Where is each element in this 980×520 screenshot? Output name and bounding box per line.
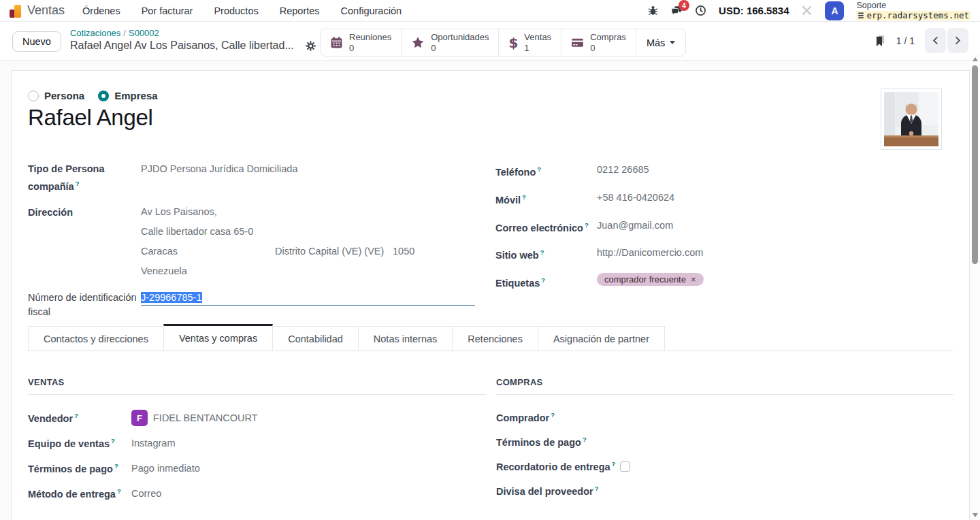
- vendor-label: Vendedor?: [28, 412, 131, 424]
- purchases-section-title: COMPRAS: [496, 377, 953, 395]
- delivery-reminder-checkbox[interactable]: [620, 461, 630, 472]
- app-name[interactable]: Ventas: [27, 3, 65, 18]
- gear-icon[interactable]: [306, 41, 316, 51]
- tab-contactos-y-direcciones[interactable]: Contactos y direcciones: [28, 326, 164, 351]
- control-panel: Nuevo Cotizaciones/S00002 Rafael Angel A…: [0, 22, 980, 61]
- breadcrumb: Cotizaciones/S00002 Rafael Angel Av Los …: [70, 28, 359, 52]
- company-type-label: Tipo de Persona compañía?: [28, 162, 141, 194]
- help-mark: ?: [76, 180, 80, 187]
- tag-remove-icon[interactable]: ×: [691, 274, 696, 285]
- support-host-row: erp.radarsystems.net: [856, 11, 970, 20]
- scrollbar-down-arrow[interactable]: [973, 513, 978, 517]
- breadcrumb-cotizaciones-link[interactable]: Cotizaciones: [70, 28, 120, 38]
- menu-configuracion[interactable]: Configuración: [341, 5, 402, 16]
- menu-por-facturar[interactable]: Por facturar: [142, 5, 193, 16]
- sales-section: VENTAS Vendedor? F FIDEL BENTANCOURT Equ…: [28, 377, 486, 510]
- email-value[interactable]: Juan@gmail.com: [597, 218, 673, 233]
- address-zip[interactable]: 1050: [393, 245, 414, 257]
- scrollbar-up-arrow[interactable]: [973, 57, 978, 61]
- vendor-name: FIDEL BENTANCOURT: [153, 412, 258, 423]
- messages-icon[interactable]: 4: [671, 5, 683, 16]
- address-block: Av Los Paisanos, Calle libertador casa 6…: [141, 206, 414, 285]
- address-country[interactable]: Venezuela: [141, 265, 414, 277]
- website-value[interactable]: http://Danicomercio.com: [597, 245, 703, 260]
- credit-card-icon: [571, 36, 584, 49]
- address-street[interactable]: Av Los Paisanos,: [141, 206, 414, 218]
- phone-label: Teléfono?: [495, 162, 597, 180]
- stat-label: Ventas: [524, 32, 551, 43]
- activities-clock-icon[interactable]: [695, 5, 706, 16]
- address-street2[interactable]: Calle libertador casa 65-0: [141, 225, 414, 238]
- star-icon: [411, 36, 425, 50]
- user-avatar[interactable]: A: [825, 1, 844, 20]
- tools-icon[interactable]: [801, 5, 813, 16]
- sales-team-label: Equipo de ventas?: [28, 437, 131, 449]
- email-label: Correo electrónico?: [495, 218, 597, 235]
- breadcrumb-separator: /: [120, 28, 129, 38]
- payment-terms-value[interactable]: Pago inmediato: [131, 463, 200, 474]
- more-button[interactable]: Más: [636, 29, 685, 56]
- menu-ordenes[interactable]: Órdenes: [82, 5, 120, 16]
- delivery-method-label: Método de entrega?: [28, 487, 131, 500]
- chevron-left-icon: [932, 36, 939, 45]
- scrollbar-thumb[interactable]: [972, 65, 978, 264]
- vertical-scrollbar[interactable]: [970, 54, 980, 520]
- stat-label: Compras: [590, 32, 626, 43]
- menu-productos[interactable]: Productos: [214, 5, 258, 16]
- tab-asignacion-de-partner[interactable]: Asignación de partner: [538, 326, 665, 351]
- delivery-method-value[interactable]: Correo: [131, 488, 161, 499]
- address-state[interactable]: Distrito Capital (VE) (VE): [275, 245, 393, 257]
- vat-input[interactable]: J-29966785-1: [141, 291, 475, 306]
- supplier-currency-label: Divisa del proveedor?: [496, 485, 598, 497]
- stat-button-ventas[interactable]: $ Ventas 1: [499, 29, 561, 56]
- stat-count: 0: [349, 43, 391, 54]
- stat-label: Reuniones: [349, 32, 391, 43]
- radio-persona-circle[interactable]: [28, 91, 39, 101]
- mobile-label: Móvil?: [495, 190, 597, 208]
- tab-notas-internas[interactable]: Notas internas: [358, 326, 453, 351]
- company-type-radio-group: Persona Empresa: [28, 90, 158, 101]
- pager-counter: 1 / 1: [896, 35, 915, 46]
- vendor-value[interactable]: F FIDEL BENTANCOURT: [131, 410, 258, 426]
- partner-name[interactable]: Rafael Angel: [28, 105, 153, 131]
- support-menu[interactable]: Soporte erp.radarsystems.net: [856, 1, 970, 20]
- company-type-value[interactable]: PJDO Persona Jurídica Domiciliada: [141, 162, 297, 176]
- tab-retenciones[interactable]: Retenciones: [452, 326, 538, 351]
- stat-button-reuniones[interactable]: Reuniones 0: [321, 29, 402, 56]
- tab-ventas-y-compras[interactable]: Ventas y compras: [163, 324, 273, 351]
- pager-next-button[interactable]: [947, 28, 968, 53]
- partner-photo[interactable]: [881, 88, 942, 150]
- pager-previous-button[interactable]: [925, 28, 946, 53]
- record-title: Rafael Angel Av Los Paisanos, Calle libe…: [70, 39, 294, 52]
- radio-persona[interactable]: Persona: [28, 90, 84, 101]
- tab-contabilidad[interactable]: Contabilidad: [272, 326, 359, 351]
- currency-rate: USD: 166.5834: [719, 5, 789, 16]
- notebook-tabs: Contactos y direcciones Ventas y compras…: [28, 326, 953, 351]
- stat-count: 1: [524, 43, 551, 54]
- bookmark-icon[interactable]: [874, 35, 886, 47]
- chevron-down-icon: [670, 41, 675, 44]
- tag-comprador-frecuente[interactable]: comprador frecuente ×: [597, 273, 704, 286]
- vendor-avatar: F: [131, 410, 148, 426]
- address-city[interactable]: Caracas: [141, 245, 275, 257]
- menu-reportes[interactable]: Reportes: [280, 5, 320, 16]
- sales-section-title: VENTAS: [28, 377, 486, 395]
- payment-terms-label: Términos de pago?: [28, 462, 131, 474]
- debug-bug-icon[interactable]: [647, 5, 659, 16]
- stat-count: 0: [590, 43, 626, 54]
- radio-empresa[interactable]: Empresa: [98, 90, 157, 101]
- sales-team-value[interactable]: Instagram: [131, 438, 175, 449]
- left-field-column: Tipo de Persona compañía? PJDO Persona J…: [28, 162, 478, 319]
- mobile-value[interactable]: +58 416-0420624: [597, 190, 674, 205]
- database-icon: [858, 12, 864, 19]
- new-button[interactable]: Nuevo: [12, 31, 61, 52]
- address-label: Dirección: [28, 206, 141, 220]
- chevron-right-icon: [954, 36, 962, 45]
- sales-app-logo-icon[interactable]: [10, 4, 21, 18]
- purchases-section: COMPRAS Comprador? Términos de pago? Rec…: [496, 377, 953, 508]
- stat-button-compras[interactable]: Compras 0: [561, 29, 636, 56]
- breadcrumb-s00002-link[interactable]: S00002: [129, 28, 159, 38]
- phone-value[interactable]: 0212 26685: [597, 162, 649, 177]
- stat-button-oportunidades[interactable]: Oportunidades 0: [402, 29, 499, 56]
- radio-empresa-circle[interactable]: [98, 91, 109, 101]
